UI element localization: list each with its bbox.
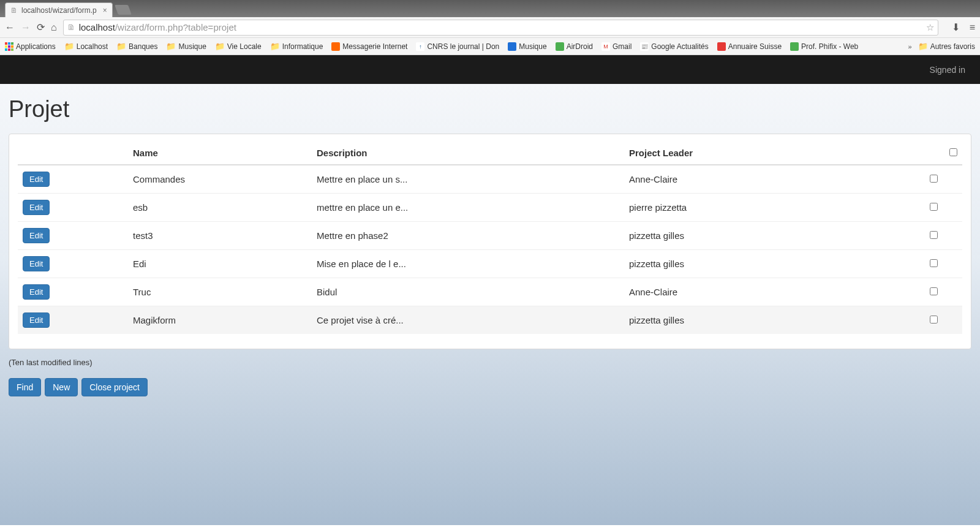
bookmark-musique-2[interactable]: Musique bbox=[508, 42, 546, 51]
col-edit-header bbox=[18, 142, 128, 165]
nav-right: ⬇ ≡ bbox=[944, 21, 975, 33]
favicon-icon bbox=[556, 42, 564, 51]
row-checkbox[interactable] bbox=[930, 316, 938, 324]
bookmark-google-news[interactable]: 📰Google Actualités bbox=[640, 42, 708, 51]
reload-button[interactable]: ⟳ bbox=[37, 21, 45, 33]
action-buttons: Find New Close project bbox=[9, 378, 971, 396]
folder-icon: 📁 bbox=[918, 42, 928, 51]
back-button[interactable]: ← bbox=[5, 22, 15, 33]
page-body: Projet Name Description Project Leader E… bbox=[0, 84, 980, 525]
tab-close-icon[interactable]: × bbox=[103, 6, 107, 15]
project-panel: Name Description Project Leader EditComm… bbox=[9, 134, 971, 349]
page-icon: 🗎 bbox=[67, 23, 75, 32]
table-row[interactable]: Edittest3Mettre en phase2pizzetta gilles bbox=[18, 222, 962, 250]
url-path: /wizard/form.php?table=projet bbox=[115, 22, 236, 32]
new-button[interactable]: New bbox=[45, 378, 78, 396]
favicon-icon: M bbox=[601, 42, 610, 51]
apps-icon bbox=[5, 42, 13, 51]
tab-strip: 🗎 localhost/wizard/form.p × bbox=[0, 0, 980, 17]
edit-button[interactable]: Edit bbox=[23, 256, 50, 271]
bookmark-annuaire[interactable]: Annuaire Suisse bbox=[717, 42, 782, 51]
page-title: Projet bbox=[9, 96, 971, 123]
edit-button[interactable]: Edit bbox=[23, 284, 50, 300]
new-tab-button[interactable] bbox=[115, 5, 132, 15]
menu-icon[interactable]: ≡ bbox=[970, 22, 975, 32]
folder-icon: 📁 bbox=[270, 42, 280, 51]
url-host: localhost bbox=[79, 22, 115, 32]
cell-name: esb bbox=[128, 194, 312, 222]
row-checkbox[interactable] bbox=[930, 259, 938, 267]
file-icon: 🗎 bbox=[10, 6, 18, 15]
bookmark-gmail[interactable]: MGmail bbox=[601, 42, 631, 51]
apps-button[interactable]: Applications bbox=[5, 42, 56, 51]
row-checkbox[interactable] bbox=[930, 287, 938, 295]
row-checkbox[interactable] bbox=[930, 203, 938, 211]
folder-icon: 📁 bbox=[64, 42, 74, 51]
favicon-icon bbox=[508, 42, 516, 51]
favicon-icon bbox=[717, 42, 726, 51]
folder-icon: 📁 bbox=[166, 42, 176, 51]
cell-description: Mettre en place un s... bbox=[312, 165, 624, 194]
edit-button[interactable]: Edit bbox=[23, 228, 50, 243]
signed-in-label[interactable]: Signed in bbox=[930, 65, 965, 75]
address-bar[interactable]: 🗎 localhost /wizard/form.php?table=proje… bbox=[63, 20, 938, 36]
cell-name: Magikform bbox=[128, 306, 312, 335]
table-row[interactable]: Editesbmettre en place un e...pierre piz… bbox=[18, 194, 962, 222]
row-checkbox[interactable] bbox=[930, 175, 938, 183]
cell-leader: Anne-Claire bbox=[624, 278, 913, 306]
bookmarks-overflow-icon[interactable]: » bbox=[908, 43, 912, 50]
download-icon[interactable]: ⬇ bbox=[952, 22, 960, 32]
cell-leader: pizzetta gilles bbox=[624, 222, 913, 250]
col-name-header[interactable]: Name bbox=[128, 142, 312, 165]
edit-button[interactable]: Edit bbox=[23, 172, 50, 187]
footer-note: (Ten last modified lines) bbox=[9, 358, 971, 367]
bookmark-musique[interactable]: 📁Musique bbox=[166, 42, 206, 51]
cell-description: mettre en place un e... bbox=[312, 194, 624, 222]
bookmark-vie-locale[interactable]: 📁Vie Locale bbox=[215, 42, 262, 51]
folder-icon: 📁 bbox=[215, 42, 225, 51]
forward-button[interactable]: → bbox=[21, 22, 31, 33]
cell-name: Truc bbox=[128, 278, 312, 306]
favicon-icon bbox=[331, 42, 340, 51]
app-header: Signed in bbox=[0, 55, 980, 84]
table-row[interactable]: EditTrucBidulAnne-Claire bbox=[18, 278, 962, 306]
favicon-icon: 📰 bbox=[640, 42, 649, 51]
row-checkbox[interactable] bbox=[930, 231, 938, 239]
col-leader-header[interactable]: Project Leader bbox=[624, 142, 913, 165]
edit-button[interactable]: Edit bbox=[23, 200, 50, 215]
edit-button[interactable]: Edit bbox=[23, 312, 50, 328]
cell-description: Mettre en phase2 bbox=[312, 222, 624, 250]
table-row[interactable]: EditMagikformCe projet vise à cré...pizz… bbox=[18, 306, 962, 335]
bookmark-phifix[interactable]: Prof. Phifix - Web bbox=[790, 42, 858, 51]
bookmarks-bar: Applications 📁Localhost 📁Banques 📁Musiqu… bbox=[0, 38, 980, 55]
folder-icon: 📁 bbox=[116, 42, 126, 51]
bookmark-star-icon[interactable]: ☆ bbox=[926, 22, 934, 33]
table-row[interactable]: EditCommandesMettre en place un s...Anne… bbox=[18, 165, 962, 194]
favicon-icon: ↑ bbox=[416, 42, 424, 51]
bookmark-informatique[interactable]: 📁Informatique bbox=[270, 42, 323, 51]
cell-name: test3 bbox=[128, 222, 312, 250]
bookmark-banques[interactable]: 📁Banques bbox=[116, 42, 157, 51]
cell-leader: Anne-Claire bbox=[624, 165, 913, 194]
project-table: Name Description Project Leader EditComm… bbox=[18, 142, 962, 334]
bookmark-airdroid[interactable]: AirDroid bbox=[556, 42, 593, 51]
browser-tab[interactable]: 🗎 localhost/wizard/form.p × bbox=[5, 2, 113, 17]
tab-title: localhost/wizard/form.p bbox=[21, 6, 97, 15]
cell-name: Edi bbox=[128, 250, 312, 278]
cell-leader: pierre pizzetta bbox=[624, 194, 913, 222]
col-description-header[interactable]: Description bbox=[312, 142, 624, 165]
other-bookmarks[interactable]: 📁Autres favoris bbox=[918, 42, 975, 51]
home-button[interactable]: ⌂ bbox=[51, 22, 57, 33]
browser-nav-bar: ← → ⟳ ⌂ 🗎 localhost /wizard/form.php?tab… bbox=[0, 17, 980, 38]
favicon-icon bbox=[790, 42, 799, 51]
bookmark-cnrs[interactable]: ↑CNRS le journal | Don bbox=[416, 42, 499, 51]
cell-description: Ce projet vise à cré... bbox=[312, 306, 624, 335]
close-project-button[interactable]: Close project bbox=[81, 378, 148, 396]
table-row[interactable]: EditEdiMise en place de l e...pizzetta g… bbox=[18, 250, 962, 278]
bookmark-messagerie[interactable]: Messagerie Internet bbox=[331, 42, 407, 51]
select-all-checkbox[interactable] bbox=[949, 148, 957, 156]
find-button[interactable]: Find bbox=[9, 378, 41, 396]
cell-leader: pizzetta gilles bbox=[624, 250, 913, 278]
bookmark-localhost[interactable]: 📁Localhost bbox=[64, 42, 108, 51]
cell-leader: pizzetta gilles bbox=[624, 306, 913, 335]
